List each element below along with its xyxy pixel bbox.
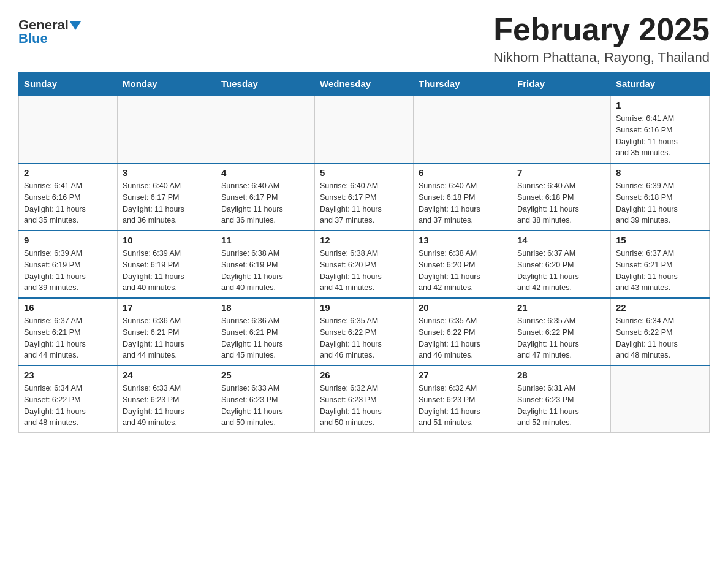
day-info: Sunrise: 6:40 AM Sunset: 6:17 PM Dayligh… — [221, 180, 309, 226]
day-number: 9 — [24, 235, 112, 245]
table-row: 11Sunrise: 6:38 AM Sunset: 6:19 PM Dayli… — [216, 231, 315, 298]
table-row: 5Sunrise: 6:40 AM Sunset: 6:17 PM Daylig… — [315, 163, 414, 231]
table-row: 27Sunrise: 6:32 AM Sunset: 6:23 PM Dayli… — [414, 366, 512, 433]
table-row: 8Sunrise: 6:39 AM Sunset: 6:18 PM Daylig… — [611, 163, 710, 231]
day-number: 6 — [419, 167, 507, 178]
calendar-week-2: 2Sunrise: 6:41 AM Sunset: 6:16 PM Daylig… — [19, 163, 710, 231]
day-number: 7 — [517, 167, 605, 178]
col-wednesday: Wednesday — [315, 72, 414, 96]
table-row: 19Sunrise: 6:35 AM Sunset: 6:22 PM Dayli… — [315, 298, 414, 366]
calendar-week-4: 16Sunrise: 6:37 AM Sunset: 6:21 PM Dayli… — [19, 298, 710, 366]
day-info: Sunrise: 6:38 AM Sunset: 6:20 PM Dayligh… — [419, 248, 507, 294]
table-row: 18Sunrise: 6:36 AM Sunset: 6:21 PM Dayli… — [216, 298, 315, 366]
day-info: Sunrise: 6:41 AM Sunset: 6:16 PM Dayligh… — [24, 180, 112, 226]
day-number: 27 — [419, 370, 507, 380]
day-number: 14 — [517, 235, 605, 245]
table-row: 7Sunrise: 6:40 AM Sunset: 6:18 PM Daylig… — [512, 163, 611, 231]
day-number: 22 — [616, 302, 704, 313]
day-info: Sunrise: 6:40 AM Sunset: 6:17 PM Dayligh… — [123, 180, 211, 226]
logo-blue-text: Blue — [18, 31, 48, 46]
day-number: 21 — [517, 302, 605, 313]
day-info: Sunrise: 6:37 AM Sunset: 6:20 PM Dayligh… — [517, 248, 605, 294]
day-number: 11 — [221, 235, 309, 245]
day-number: 28 — [517, 370, 605, 380]
table-row: 26Sunrise: 6:32 AM Sunset: 6:23 PM Dayli… — [315, 366, 414, 433]
table-row: 1Sunrise: 6:41 AM Sunset: 6:16 PM Daylig… — [611, 96, 710, 163]
day-number: 26 — [320, 370, 408, 380]
table-row: 24Sunrise: 6:33 AM Sunset: 6:23 PM Dayli… — [118, 366, 216, 433]
col-tuesday: Tuesday — [216, 72, 315, 96]
table-row: 13Sunrise: 6:38 AM Sunset: 6:20 PM Dayli… — [414, 231, 512, 298]
table-row — [216, 96, 315, 163]
day-info: Sunrise: 6:32 AM Sunset: 6:23 PM Dayligh… — [419, 383, 507, 429]
day-info: Sunrise: 6:41 AM Sunset: 6:16 PM Dayligh… — [616, 113, 704, 159]
day-number: 23 — [24, 370, 112, 380]
day-info: Sunrise: 6:37 AM Sunset: 6:21 PM Dayligh… — [24, 315, 112, 361]
col-friday: Friday — [512, 72, 611, 96]
day-number: 3 — [123, 167, 211, 178]
day-number: 20 — [419, 302, 507, 313]
day-number: 24 — [123, 370, 211, 380]
table-row: 23Sunrise: 6:34 AM Sunset: 6:22 PM Dayli… — [19, 366, 118, 433]
day-number: 4 — [221, 167, 309, 178]
day-info: Sunrise: 6:36 AM Sunset: 6:21 PM Dayligh… — [123, 315, 211, 361]
table-row: 10Sunrise: 6:39 AM Sunset: 6:19 PM Dayli… — [118, 231, 216, 298]
day-info: Sunrise: 6:36 AM Sunset: 6:21 PM Dayligh… — [221, 315, 309, 361]
day-info: Sunrise: 6:35 AM Sunset: 6:22 PM Dayligh… — [517, 315, 605, 361]
col-saturday: Saturday — [611, 72, 710, 96]
table-row: 6Sunrise: 6:40 AM Sunset: 6:18 PM Daylig… — [414, 163, 512, 231]
day-info: Sunrise: 6:34 AM Sunset: 6:22 PM Dayligh… — [24, 383, 112, 429]
table-row — [315, 96, 414, 163]
day-info: Sunrise: 6:33 AM Sunset: 6:23 PM Dayligh… — [221, 383, 309, 429]
day-info: Sunrise: 6:37 AM Sunset: 6:21 PM Dayligh… — [616, 248, 704, 294]
table-row — [414, 96, 512, 163]
table-row: 21Sunrise: 6:35 AM Sunset: 6:22 PM Dayli… — [512, 298, 611, 366]
table-row — [118, 96, 216, 163]
day-info: Sunrise: 6:39 AM Sunset: 6:19 PM Dayligh… — [123, 248, 211, 294]
day-number: 13 — [419, 235, 507, 245]
table-row: 16Sunrise: 6:37 AM Sunset: 6:21 PM Dayli… — [19, 298, 118, 366]
table-row: 12Sunrise: 6:38 AM Sunset: 6:20 PM Dayli… — [315, 231, 414, 298]
table-row: 3Sunrise: 6:40 AM Sunset: 6:17 PM Daylig… — [118, 163, 216, 231]
day-number: 18 — [221, 302, 309, 313]
logo-line2: Blue — [18, 32, 48, 45]
day-info: Sunrise: 6:31 AM Sunset: 6:23 PM Dayligh… — [517, 383, 605, 429]
table-row: 28Sunrise: 6:31 AM Sunset: 6:23 PM Dayli… — [512, 366, 611, 433]
day-info: Sunrise: 6:34 AM Sunset: 6:22 PM Dayligh… — [616, 315, 704, 361]
calendar-header-row: Sunday Monday Tuesday Wednesday Thursday… — [19, 72, 710, 96]
calendar-table: Sunday Monday Tuesday Wednesday Thursday… — [18, 72, 710, 433]
table-row: 2Sunrise: 6:41 AM Sunset: 6:16 PM Daylig… — [19, 163, 118, 231]
col-monday: Monday — [118, 72, 216, 96]
table-row: 20Sunrise: 6:35 AM Sunset: 6:22 PM Dayli… — [414, 298, 512, 366]
title-area: February 2025 Nikhom Phattana, Rayong, T… — [493, 12, 710, 66]
day-info: Sunrise: 6:35 AM Sunset: 6:22 PM Dayligh… — [320, 315, 408, 361]
day-info: Sunrise: 6:35 AM Sunset: 6:22 PM Dayligh… — [419, 315, 507, 361]
logo-triangle-icon — [70, 21, 81, 30]
day-info: Sunrise: 6:40 AM Sunset: 6:17 PM Dayligh… — [320, 180, 408, 226]
day-number: 19 — [320, 302, 408, 313]
table-row: 15Sunrise: 6:37 AM Sunset: 6:21 PM Dayli… — [611, 231, 710, 298]
day-number: 8 — [616, 167, 704, 178]
table-row — [19, 96, 118, 163]
location-title: Nikhom Phattana, Rayong, Thailand — [493, 50, 710, 66]
day-number: 12 — [320, 235, 408, 245]
logo-line1: General — [18, 18, 81, 32]
table-row: 17Sunrise: 6:36 AM Sunset: 6:21 PM Dayli… — [118, 298, 216, 366]
table-row — [611, 366, 710, 433]
day-number: 5 — [320, 167, 408, 178]
day-info: Sunrise: 6:40 AM Sunset: 6:18 PM Dayligh… — [419, 180, 507, 226]
day-number: 15 — [616, 235, 704, 245]
day-info: Sunrise: 6:33 AM Sunset: 6:23 PM Dayligh… — [123, 383, 211, 429]
day-number: 2 — [24, 167, 112, 178]
logo: General Blue — [18, 18, 81, 45]
table-row: 14Sunrise: 6:37 AM Sunset: 6:20 PM Dayli… — [512, 231, 611, 298]
day-info: Sunrise: 6:39 AM Sunset: 6:18 PM Dayligh… — [616, 180, 704, 226]
day-number: 25 — [221, 370, 309, 380]
day-number: 1 — [616, 100, 704, 110]
calendar-week-3: 9Sunrise: 6:39 AM Sunset: 6:19 PM Daylig… — [19, 231, 710, 298]
day-number: 10 — [123, 235, 211, 245]
day-info: Sunrise: 6:39 AM Sunset: 6:19 PM Dayligh… — [24, 248, 112, 294]
day-info: Sunrise: 6:40 AM Sunset: 6:18 PM Dayligh… — [517, 180, 605, 226]
day-info: Sunrise: 6:32 AM Sunset: 6:23 PM Dayligh… — [320, 383, 408, 429]
calendar-week-5: 23Sunrise: 6:34 AM Sunset: 6:22 PM Dayli… — [19, 366, 710, 433]
